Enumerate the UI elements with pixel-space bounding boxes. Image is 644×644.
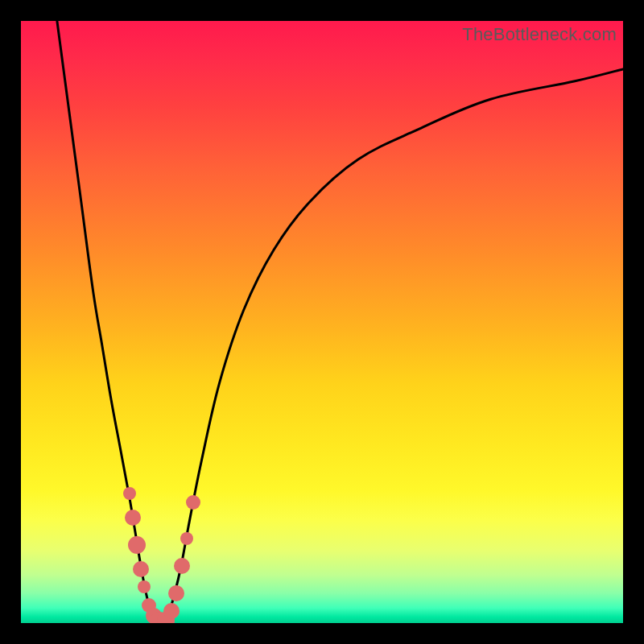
chart-frame: TheBottleneck.com — [0, 0, 644, 644]
curve-right-branch — [166, 69, 623, 620]
curve-left-branch — [57, 21, 156, 620]
data-marker — [128, 536, 146, 554]
data-marker — [133, 561, 149, 577]
data-marker — [180, 532, 193, 545]
curve-layer — [21, 21, 623, 623]
data-marker — [186, 495, 200, 510]
data-marker — [168, 585, 184, 601]
chart-plot-area: TheBottleneck.com — [21, 21, 623, 623]
data-marker — [163, 603, 180, 619]
data-marker — [138, 580, 151, 593]
data-marker — [123, 487, 136, 500]
data-marker — [125, 510, 141, 526]
data-marker — [174, 558, 190, 574]
